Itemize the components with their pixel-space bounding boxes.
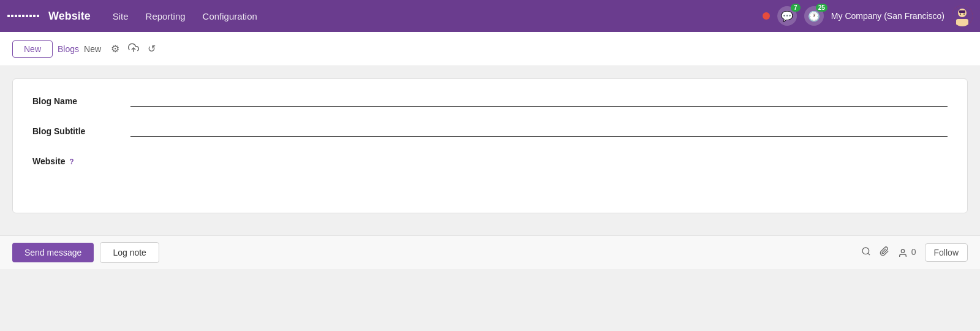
nav-reporting[interactable]: Reporting bbox=[138, 7, 193, 25]
status-dot bbox=[763, 12, 770, 20]
svg-point-4 bbox=[960, 13, 961, 15]
activity-badge: 25 bbox=[816, 4, 827, 12]
blog-name-label: Blog Name bbox=[32, 94, 130, 106]
settings-icon: ⚙ bbox=[111, 43, 119, 55]
website-label: Website ? bbox=[32, 154, 130, 166]
svg-rect-2 bbox=[956, 19, 968, 26]
blog-name-field: Blog Name bbox=[32, 94, 948, 107]
brand-title[interactable]: Website bbox=[48, 10, 91, 23]
chat-button[interactable]: 💬 7 bbox=[777, 6, 797, 26]
new-button[interactable]: New bbox=[12, 40, 53, 58]
cloud-upload-button[interactable] bbox=[126, 40, 141, 58]
svg-rect-3 bbox=[959, 10, 965, 13]
blog-subtitle-field: Blog Subtitle bbox=[32, 124, 948, 137]
topnav-menu: Site Reporting Configuration bbox=[105, 7, 758, 25]
follow-button[interactable]: Follow bbox=[925, 243, 968, 262]
breadcrumb-parent[interactable]: Blogs bbox=[58, 44, 79, 54]
svg-point-7 bbox=[862, 248, 869, 254]
send-message-button[interactable]: Send message bbox=[12, 243, 94, 262]
log-note-button[interactable]: Log note bbox=[100, 242, 159, 263]
bottom-right-actions: 0 Follow bbox=[861, 243, 968, 262]
nav-configuration[interactable]: Configuration bbox=[195, 7, 265, 25]
svg-point-9 bbox=[901, 249, 904, 253]
activity-button[interactable]: 🕐 25 bbox=[804, 6, 824, 26]
breadcrumb-current-text: New bbox=[84, 44, 101, 54]
subheader: New Blogs New ⚙ ↺ bbox=[0, 32, 980, 66]
blog-subtitle-input[interactable] bbox=[130, 124, 948, 137]
blog-name-input[interactable] bbox=[130, 94, 948, 107]
svg-line-8 bbox=[868, 253, 870, 255]
user-avatar[interactable] bbox=[952, 6, 973, 26]
blog-subtitle-label: Blog Subtitle bbox=[32, 124, 130, 136]
search-icon[interactable] bbox=[861, 246, 871, 259]
svg-point-5 bbox=[963, 13, 965, 15]
cloud-upload-icon bbox=[128, 42, 139, 56]
form-card: Blog Name Blog Subtitle Website ? bbox=[12, 78, 968, 213]
app-grid-icon[interactable] bbox=[7, 15, 39, 17]
followers-section: 0 bbox=[898, 247, 916, 257]
undo-button[interactable]: ↺ bbox=[145, 40, 158, 57]
company-name[interactable]: My Company (San Francisco) bbox=[831, 11, 944, 21]
bottom-bar: Send message Log note 0 Follow bbox=[0, 235, 980, 269]
attachment-icon[interactable] bbox=[880, 246, 889, 259]
website-input-placeholder[interactable] bbox=[130, 154, 948, 157]
main-content: Blog Name Blog Subtitle Website ? bbox=[0, 66, 980, 235]
chat-badge: 7 bbox=[791, 4, 801, 12]
topnav-right: 💬 7 🕐 25 My Company (San Francisco) bbox=[763, 6, 973, 26]
settings-button[interactable]: ⚙ bbox=[108, 40, 122, 57]
breadcrumb-current: New bbox=[84, 44, 101, 54]
website-field: Website ? bbox=[32, 154, 948, 166]
website-help-icon[interactable]: ? bbox=[69, 158, 74, 166]
undo-icon: ↺ bbox=[148, 43, 156, 55]
top-navigation: Website Site Reporting Configuration 💬 7… bbox=[0, 0, 980, 32]
subheader-actions: ⚙ ↺ bbox=[108, 40, 158, 58]
followers-count: 0 bbox=[911, 247, 916, 257]
nav-site[interactable]: Site bbox=[105, 7, 136, 25]
